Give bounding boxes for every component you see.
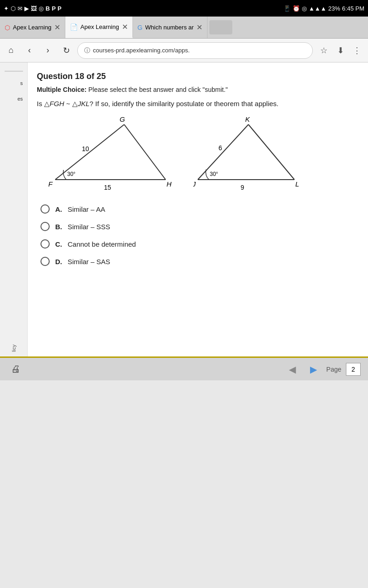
status-icons-right: 📱 ⏰ ◎ ▲▲▲ 23% 6:45 PM xyxy=(283,5,364,12)
svg-text:J: J xyxy=(193,180,196,188)
choice-d-letter: D. xyxy=(55,258,62,266)
radio-d[interactable] xyxy=(40,257,50,266)
status-icons-left: ✦ ⬡ ✉ ▶ 🖼 ◎ B P P xyxy=(4,5,62,12)
tab3-close-icon[interactable]: ✕ xyxy=(196,23,202,32)
tab-apex-learning-1[interactable]: ⬡ Apex Learning ✕ xyxy=(0,17,65,38)
svg-text:K: K xyxy=(245,115,250,123)
tab3-icon: G xyxy=(138,24,143,31)
question-instruction: Multiple Choice: Please select the best … xyxy=(37,86,359,93)
choice-d-text: Similar – SAS xyxy=(68,258,110,266)
svg-line-10 xyxy=(248,124,294,180)
triangle-jkl: K J L 6 9 30° xyxy=(193,115,299,193)
status-bar: ✦ ⬡ ✉ ▶ 🖼 ◎ B P P 📱 ⏰ ◎ ▲▲▲ 23% 6:45 PM xyxy=(0,0,368,17)
tab2-icon: 📄 xyxy=(70,23,78,31)
bottom-bar: 🖨 ◀ ▶ Page 2 xyxy=(0,356,368,380)
tab1-icon: ⬡ xyxy=(5,24,10,31)
policy-label: licy xyxy=(11,345,17,352)
sidebar-item-es: es xyxy=(5,92,23,106)
triangle-fgh: G F H 10 15 30° xyxy=(46,115,175,193)
home-button[interactable]: ⌂ xyxy=(4,43,18,58)
choice-c-text: Cannot be determined xyxy=(68,240,136,248)
choice-c-letter: C. xyxy=(55,240,62,248)
svg-text:9: 9 xyxy=(241,184,244,191)
choice-a-text: Similar – AA xyxy=(68,205,105,213)
download-icon[interactable]: ⬇ xyxy=(333,43,348,58)
address-actions: ☆ ⬇ ⋮ xyxy=(316,43,364,58)
choice-b[interactable]: B. Similar – SSS xyxy=(40,222,359,231)
secure-icon: ⓘ xyxy=(84,46,90,55)
svg-text:15: 15 xyxy=(104,184,111,191)
svg-text:6: 6 xyxy=(218,144,222,152)
question-title: Question 18 of 25 xyxy=(37,72,359,81)
svg-text:10: 10 xyxy=(82,145,89,153)
answer-choices: A. Similar – AA B. Similar – SSS C. Cann… xyxy=(40,204,359,266)
tab-apex-learning-2[interactable]: 📄 Apex Learning ✕ xyxy=(65,17,133,38)
phone-icon: 📱 xyxy=(283,5,291,12)
svg-line-1 xyxy=(124,124,166,180)
browser-content: s es licy Question 18 of 25 Multiple Cho… xyxy=(0,62,368,356)
question-area: Question 18 of 25 Multiple Choice: Pleas… xyxy=(28,62,368,356)
location-icon: ◎ xyxy=(302,5,307,12)
svg-line-0 xyxy=(55,124,124,180)
back-button[interactable]: ‹ xyxy=(22,43,37,58)
radio-a[interactable] xyxy=(40,204,50,214)
choice-c[interactable]: C. Cannot be determined xyxy=(40,239,359,249)
tab2-close-icon[interactable]: ✕ xyxy=(122,23,128,31)
time: 6:45 PM xyxy=(342,5,364,12)
email-icon: ✉ xyxy=(17,5,23,12)
instruction-bold: Multiple Choice: xyxy=(37,86,86,93)
menu-icon[interactable]: ⋮ xyxy=(350,43,364,58)
url-text: courses-prd.apexlearning.com/apps. xyxy=(93,47,190,54)
tab-which-numbers[interactable]: G Which numbers ar ✕ xyxy=(133,17,207,38)
p-icon2: P xyxy=(58,5,62,12)
page-label: Page xyxy=(326,366,341,373)
star-icon: ✦ xyxy=(4,5,9,12)
forward-button[interactable]: › xyxy=(40,43,55,58)
choice-b-letter: B. xyxy=(55,223,62,231)
svg-text:L: L xyxy=(295,180,299,188)
next-page-button[interactable]: ▶ xyxy=(305,361,322,378)
prev-page-button[interactable]: ◀ xyxy=(284,361,300,378)
svg-text:30°: 30° xyxy=(210,171,218,177)
address-bar: ⌂ ‹ › ↻ ⓘ courses-prd.apexlearning.com/a… xyxy=(0,39,368,62)
radio-b[interactable] xyxy=(40,222,50,231)
question-text: Is △FGH ~ △JKL? If so, identify the simi… xyxy=(37,100,359,108)
pokemon-icon: ⬡ xyxy=(11,5,16,12)
svg-text:G: G xyxy=(120,115,125,123)
svg-text:H: H xyxy=(167,180,172,188)
print-button[interactable]: 🖨 xyxy=(7,361,24,378)
image-icon: 🖼 xyxy=(31,5,37,12)
address-input[interactable]: ⓘ courses-prd.apexlearning.com/apps. xyxy=(77,42,313,59)
alarm-icon: ⏰ xyxy=(293,5,300,12)
p-icon1: P xyxy=(52,5,56,12)
bookmark-star-icon[interactable]: ☆ xyxy=(316,43,331,58)
radio-c[interactable] xyxy=(40,239,50,249)
page-number: 2 xyxy=(346,363,361,376)
battery-percent: 23% xyxy=(328,5,340,12)
tab-bar: ⬡ Apex Learning ✕ 📄 Apex Learning ✕ G Wh… xyxy=(0,17,368,39)
new-tab-button[interactable] xyxy=(209,20,232,34)
signal-icon: ▲▲▲ xyxy=(309,5,327,12)
tab1-close-icon[interactable]: ✕ xyxy=(54,23,60,32)
below-browser-area xyxy=(0,380,368,588)
tab3-label: Which numbers ar xyxy=(145,24,194,31)
tab1-label: Apex Learning xyxy=(13,24,52,31)
choice-a-letter: A. xyxy=(55,205,62,213)
svg-text:F: F xyxy=(48,180,53,188)
choice-a[interactable]: A. Similar – AA xyxy=(40,204,359,214)
instruction-text: Please select the best answer and click … xyxy=(86,86,228,93)
sidebar-divider-1 xyxy=(5,71,23,72)
svg-line-9 xyxy=(198,124,248,180)
reload-button[interactable]: ↻ xyxy=(59,43,74,58)
diagrams-row: G F H 10 15 30° K J L xyxy=(37,115,359,193)
youtube-icon: ▶ xyxy=(24,5,29,12)
svg-text:30°: 30° xyxy=(67,171,75,177)
choice-d[interactable]: D. Similar – SAS xyxy=(40,257,359,266)
tab2-label: Apex Learning xyxy=(80,23,119,30)
instagram-icon: ◎ xyxy=(39,5,44,12)
sidebar: s es licy xyxy=(0,62,28,356)
b-icon1: B xyxy=(46,5,50,12)
choice-b-text: Similar – SSS xyxy=(68,223,110,231)
sidebar-item-s: s xyxy=(5,76,23,90)
